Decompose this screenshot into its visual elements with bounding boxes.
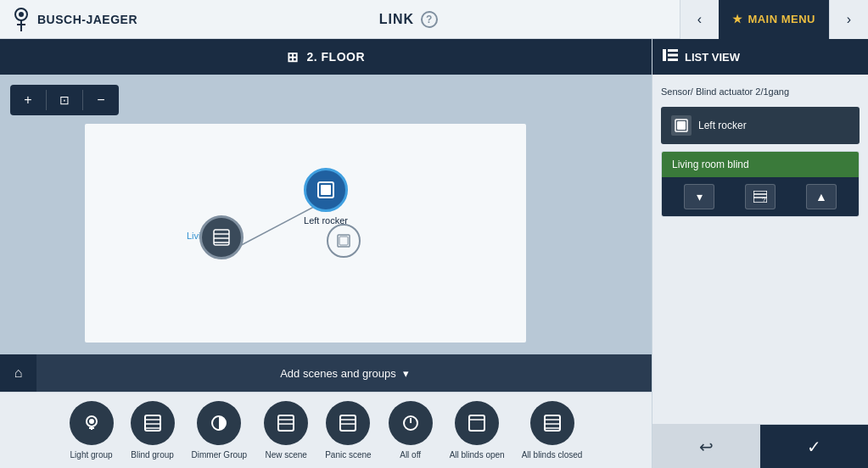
logo-area: BUSCH-JAEGER [0,8,137,31]
empty-circle [327,224,361,258]
confirm-button[interactable]: ✓ [760,425,868,468]
all-blinds-closed-icon [542,413,563,433]
fit-button[interactable]: ⊡ [47,85,82,115]
all-blinds-open-icon [467,413,487,433]
add-scenes-button[interactable]: Add scenes and groups ▾ [37,354,652,392]
star-icon: ★ [732,13,743,25]
floor-label: 2. FLOOR [306,50,365,64]
chevron-right-icon: › [847,12,851,27]
svg-rect-38 [668,54,678,57]
icon-item-all-blinds-open[interactable]: All blinds open [450,401,505,460]
nav-next-button[interactable]: › [829,0,868,39]
svg-point-3 [19,12,24,17]
light-group-label: Light group [70,450,113,460]
node-empty[interactable] [327,224,361,258]
rocker-icon [316,181,335,199]
new-scene-circle [264,401,308,445]
right-panel-header: LIST VIEW [652,39,868,75]
icon-item-all-blinds-closed[interactable]: All blinds closed [522,401,583,460]
light-group-icon [81,413,102,433]
dimmer-group-label: Dimmer Group [192,450,248,460]
logo-text: BUSCH-JAEGER [37,13,137,26]
all-blinds-open-label: All blinds open [450,450,505,460]
top-bar: BUSCH-JAEGER LINK ? ‹ ★ MAIN MENU › [0,0,868,39]
svg-rect-41 [677,121,686,130]
svg-rect-22 [278,415,294,431]
dimmer-group-circle [197,401,241,445]
panic-scene-icon [338,413,358,433]
svg-rect-6 [321,185,331,195]
blind-device: Living room blind ▾ ? [661,151,860,217]
svg-text:?: ? [762,196,766,203]
svg-rect-37 [668,49,678,52]
home-icon: ⌂ [14,365,23,381]
icon-item-dimmer-group[interactable]: Dimmer Group [192,401,248,460]
plus-icon: + [24,92,31,108]
right-panel: LIST VIEW Sensor/ Blind actuator 2/1gang… [652,39,868,468]
list-view-icon [663,49,678,64]
new-scene-icon [276,413,296,433]
dimmer-group-icon [209,413,229,433]
blind-down-button[interactable]: ▾ [684,184,714,209]
sensor-label: Sensor/ Blind actuator 2/1gang [661,83,860,100]
all-blinds-closed-label: All blinds closed [522,450,583,460]
all-off-circle [389,401,433,445]
left-rocker-device[interactable]: Left rocker [661,107,860,144]
minus-icon: − [97,92,104,108]
all-blinds-open-circle [455,401,499,445]
node-left-rocker[interactable]: Left rocker [304,168,348,226]
top-nav-area: ‹ ★ MAIN MENU › [680,0,868,39]
icon-item-new-scene[interactable]: New scene [264,401,308,460]
blind-status-icon: ? [753,191,767,203]
blind-status-button[interactable]: ? [745,184,776,209]
nav-prev-button[interactable]: ‹ [680,0,719,39]
all-blinds-closed-circle [530,401,574,445]
icon-item-light-group[interactable]: Light group [70,401,114,460]
canvas-workspace: Left rocker Livingroom [85,124,526,343]
app-title-area: LINK ? [379,11,438,28]
all-off-icon [400,413,421,433]
canvas-toolbar: + ⊡ − [10,85,119,115]
floor-icon: ⊞ [287,49,299,65]
blind-group-icon [143,413,163,433]
blind-circle [199,215,244,259]
blind-device-controls: ▾ ? ▲ [662,177,859,216]
blind-group-label: Blind group [131,450,174,460]
icons-bar: Light group Blind group [0,392,652,468]
icon-item-blind-group[interactable]: Blind group [131,401,175,460]
svg-point-16 [89,419,94,424]
bottom-toolbar: ⌂ Add scenes and groups ▾ [0,354,652,392]
floor-header: ⊞ 2. FLOOR [0,39,652,75]
add-scenes-label: Add scenes and groups [280,367,396,380]
left-rocker-device-label: Left rocker [698,120,747,131]
zoom-out-button[interactable]: − [83,85,119,115]
icon-item-all-off[interactable]: All off [389,401,433,460]
blind-icon [212,228,231,247]
svg-rect-25 [340,415,356,431]
icon-item-panic-scene[interactable]: Panic scene [325,401,371,460]
main-menu-button[interactable]: ★ MAIN MENU [719,0,829,39]
chevron-down-icon: ▾ [403,367,409,380]
node-blind[interactable] [199,215,244,259]
new-scene-label: New scene [265,450,306,460]
blind-up-button[interactable]: ▲ [806,184,837,209]
logo-icon [12,8,31,31]
right-panel-content: Sensor/ Blind actuator 2/1gang Left rock… [652,75,868,424]
light-group-circle [70,401,114,445]
panic-scene-label: Panic scene [325,450,371,460]
panic-scene-circle [326,401,370,445]
svg-rect-36 [663,49,666,61]
help-icon[interactable]: ? [421,11,438,28]
left-panel: ⊞ 2. FLOOR + ⊡ − [0,39,652,468]
connection-lines [85,124,526,343]
back-button[interactable]: ↩ [652,425,760,468]
home-button[interactable]: ⌂ [0,354,37,392]
blind-device-header: Living room blind [662,152,859,177]
main-menu-label: MAIN MENU [748,13,815,25]
add-button[interactable]: + [10,85,46,115]
svg-rect-12 [339,237,348,245]
chevron-down-icon: ▾ [697,190,703,203]
svg-rect-30 [469,415,484,431]
checkmark-icon: ✓ [807,437,821,457]
empty-icon [337,234,350,248]
